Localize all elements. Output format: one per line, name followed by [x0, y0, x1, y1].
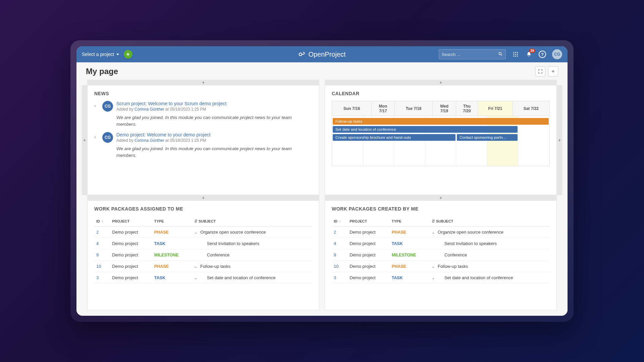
wp-subject[interactable]: Set date and location of conference [207, 275, 276, 280]
news-link[interactable]: Demo project: Welcome to your demo proje… [116, 132, 312, 137]
table-row[interactable]: 4Demo projectTASKSend invitation to spea… [332, 238, 550, 249]
table-row[interactable]: 2Demo projectPHASE⌄Organize open source … [94, 227, 312, 238]
add-slot-top-left[interactable]: + [87, 80, 319, 85]
chevron-down-icon [116, 54, 119, 55]
calendar-day-header[interactable]: Mon7/17 [372, 101, 394, 116]
created-table: ID ↑ PROJECT TYPE ⇵ SUBJECT 2Demo projec… [332, 216, 550, 284]
table-row[interactable]: 10Demo projectPHASE⌄Follow-up tasks [94, 261, 312, 272]
collapse-icon[interactable]: ⌄ [432, 276, 436, 280]
collapse-icon[interactable]: ⌄ [194, 276, 198, 280]
calendar-event[interactable]: Create sponsorship brochure and hand-out… [333, 134, 455, 141]
col-project[interactable]: PROJECT [347, 216, 390, 227]
table-row[interactable]: 9Demo projectMILESTONEConference [94, 249, 312, 261]
widget-news-title: NEWS [94, 91, 312, 96]
widget-assigned: WORK PACKAGES ASSIGNED TO ME ID ↑ PROJEC… [87, 200, 319, 310]
author-link[interactable]: Corinna Günther [135, 138, 164, 143]
calendar-day-header[interactable]: Wed7/19 [433, 101, 456, 116]
cell-id: 9 [332, 249, 347, 261]
wp-subject[interactable]: Follow-up tasks [438, 264, 468, 269]
table-row[interactable]: 2Demo projectPHASE⌄Organize open source … [332, 227, 550, 238]
wp-subject[interactable]: Set date and location of conference [444, 275, 513, 280]
calendar-event[interactable]: Follow-up tasks [333, 118, 549, 125]
project-selector[interactable]: Select a project [82, 52, 119, 57]
wp-subject[interactable]: Organize open source conference [200, 230, 266, 235]
cell-type: MILESTONE [152, 249, 192, 261]
wp-subject[interactable]: Send invitation to speakers [207, 241, 259, 246]
col-type[interactable]: TYPE [152, 216, 192, 227]
calendar-day-header[interactable]: Sun 7/16 [332, 101, 372, 116]
table-row[interactable]: 10Demo projectPHASE⌄Follow-up tasks [332, 261, 550, 272]
col-id[interactable]: ID ↑ [94, 216, 110, 227]
brand-text: OpenProject [308, 51, 345, 58]
collapse-icon[interactable]: ⌄ [432, 264, 436, 269]
collapse-icon[interactable]: ⌄ [194, 230, 198, 235]
cell-id: 10 [332, 261, 347, 272]
calendar-day-header[interactable]: Thu7/20 [456, 101, 478, 116]
page-title: My page [86, 67, 118, 76]
wp-id-link[interactable]: 4 [334, 241, 336, 246]
col-type[interactable]: TYPE [390, 216, 430, 227]
notification-badge: 39 [529, 49, 535, 53]
wp-id-link[interactable]: 2 [334, 230, 336, 235]
add-slot-right[interactable]: + [557, 85, 562, 195]
cell-project: Demo project [347, 261, 390, 272]
wp-id-link[interactable]: 9 [96, 252, 99, 257]
wp-subject[interactable]: Follow-up tasks [200, 264, 230, 269]
add-widget-button[interactable]: + [548, 66, 558, 76]
fullscreen-button[interactable] [535, 66, 545, 76]
wp-subject[interactable]: Organize open source conference [438, 230, 503, 235]
wp-subject[interactable]: Conference [444, 252, 467, 257]
svg-rect-9 [515, 56, 516, 57]
col-subject[interactable]: ⇵ SUBJECT [430, 216, 550, 227]
calendar-event[interactable]: Contact sponsoring partn... [457, 134, 518, 141]
user-avatar[interactable]: CG [552, 49, 562, 59]
collapse-icon[interactable]: ⌄ [194, 264, 198, 269]
col-id[interactable]: ID ↑ [332, 216, 347, 227]
expand-icon[interactable]: › [94, 103, 99, 128]
wp-subject[interactable]: Conference [207, 252, 229, 257]
add-slot-mid-right[interactable]: + [325, 195, 557, 200]
col-subject[interactable]: ⇵ SUBJECT [192, 216, 312, 227]
wp-id-link[interactable]: 3 [96, 275, 99, 280]
svg-rect-5 [513, 54, 514, 55]
search-box[interactable] [439, 49, 506, 59]
cell-id: 10 [94, 261, 110, 272]
news-link[interactable]: Scrum project: Welcome to your Scrum dem… [116, 101, 312, 106]
add-slot-left[interactable]: + [82, 85, 87, 195]
author-link[interactable]: Corinna Günther [135, 107, 164, 112]
calendar-event[interactable]: Set date and location of conference [333, 126, 518, 133]
calendar-day-header[interactable]: Sat 7/22 [513, 101, 549, 116]
search-icon[interactable] [498, 52, 503, 57]
wp-id-link[interactable]: 4 [96, 241, 99, 246]
table-row[interactable]: 9Demo projectMILESTONEConference [332, 249, 550, 261]
svg-rect-7 [517, 54, 518, 55]
wp-id-link[interactable]: 10 [96, 264, 101, 269]
brand-icon [298, 51, 306, 58]
calendar-day-header[interactable]: Fri 7/21 [478, 101, 513, 116]
wp-id-link[interactable]: 10 [334, 264, 338, 269]
cell-subject: Send invitation to speakers [430, 238, 550, 249]
search-input[interactable] [442, 52, 498, 57]
add-button[interactable]: + [124, 50, 132, 59]
expand-icon[interactable]: › [94, 134, 99, 159]
wp-id-link[interactable]: 2 [96, 230, 99, 235]
wp-subject[interactable]: Send invitation to speakers [444, 241, 497, 246]
apps-icon[interactable] [512, 51, 519, 58]
cell-subject: Send invitation to speakers [192, 238, 312, 249]
table-row[interactable]: 3Demo projectTASK⌄Set date and location … [94, 272, 312, 284]
cell-id: 3 [94, 272, 110, 284]
wp-id-link[interactable]: 9 [334, 252, 336, 257]
table-row[interactable]: 3Demo projectTASK⌄Set date and location … [332, 272, 550, 284]
notifications-icon[interactable]: 39 [525, 51, 533, 58]
collapse-icon[interactable]: ⌄ [432, 230, 436, 235]
add-slot-mid-left[interactable]: + [87, 195, 319, 200]
col-project[interactable]: PROJECT [110, 216, 152, 227]
wp-id-link[interactable]: 3 [334, 275, 336, 280]
table-row[interactable]: 4Demo projectTASKSend invitation to spea… [94, 238, 312, 249]
cell-type: PHASE [152, 261, 192, 272]
cell-project: Demo project [110, 272, 152, 284]
calendar-day-header[interactable]: Tue 7/18 [394, 101, 433, 116]
assigned-table: ID ↑ PROJECT TYPE ⇵ SUBJECT 2Demo projec… [94, 216, 312, 284]
add-slot-top-right[interactable]: + [325, 80, 557, 85]
help-icon[interactable]: ? [539, 51, 546, 58]
